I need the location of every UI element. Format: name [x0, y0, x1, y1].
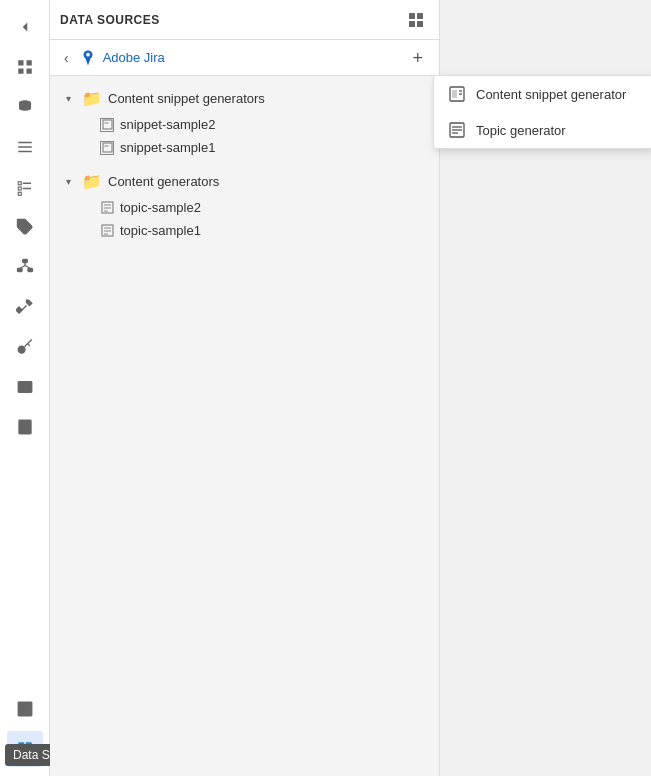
topic-item-icon2 — [100, 224, 114, 238]
tools-icon[interactable] — [7, 289, 43, 325]
topic-item-icon — [100, 201, 114, 215]
jira-icon — [79, 49, 97, 67]
svg-rect-43 — [103, 143, 112, 152]
back-btn[interactable]: ‹ — [60, 48, 73, 68]
tree-group-content: ▾ 📁 Content generators topic-sample2 top… — [50, 167, 439, 242]
svg-rect-10 — [18, 187, 21, 190]
svg-rect-2 — [18, 69, 23, 74]
svg-rect-25 — [19, 420, 31, 434]
svg-rect-54 — [452, 90, 457, 98]
panel-header-right — [403, 7, 429, 33]
key-icon[interactable] — [7, 329, 43, 365]
chevron-down-icon2: ▾ — [66, 176, 76, 187]
tree-group-snippet-header[interactable]: ▾ 📁 Content snippet generators — [50, 84, 439, 113]
svg-rect-14 — [22, 260, 27, 263]
report-icon[interactable] — [7, 409, 43, 445]
svg-rect-15 — [17, 269, 22, 272]
svg-rect-12 — [18, 192, 21, 195]
nav-left: ‹ Adobe Jira — [60, 48, 165, 68]
svg-rect-42 — [104, 123, 108, 124]
tree-group-snippet: ▾ 📁 Content snippet generators snippet-s… — [50, 84, 439, 159]
svg-rect-38 — [409, 21, 415, 27]
panel-title: DATA SOURCES — [60, 13, 160, 27]
chevron-down-icon: ▾ — [66, 93, 76, 104]
collapse-btn[interactable] — [7, 9, 43, 45]
dropdown-item-topic[interactable]: Topic generator — [434, 112, 651, 148]
left-sidebar: Data Sources — [0, 0, 50, 776]
hierarchy-icon[interactable] — [7, 249, 43, 285]
snippet-sample2-label: snippet-sample2 — [120, 117, 215, 132]
svg-rect-22 — [18, 382, 32, 393]
topic-sample1-label: topic-sample1 — [120, 223, 201, 238]
topic-sample2-label: topic-sample2 — [120, 200, 201, 215]
list-item[interactable]: snippet-sample1 — [50, 136, 439, 159]
database-icon[interactable] — [7, 89, 43, 125]
svg-rect-32 — [18, 742, 24, 748]
svg-rect-0 — [18, 60, 23, 65]
list2-icon[interactable] — [7, 169, 43, 205]
tree-group-content-header[interactable]: ▾ 📁 Content generators — [50, 167, 439, 196]
svg-point-21 — [18, 346, 25, 353]
list-icon[interactable] — [7, 129, 43, 165]
main-panel: DATA SOURCES ‹ Adobe Jira + ▾ 📁 Content — [50, 0, 440, 776]
nav-source-name: Adobe Jira — [103, 50, 165, 65]
svg-line-18 — [19, 266, 24, 269]
folder-icon2: 📁 — [82, 172, 102, 191]
snippet-sample1-label: snippet-sample1 — [120, 140, 215, 155]
dropdown-item-topic-label: Topic generator — [476, 123, 566, 138]
svg-rect-35 — [25, 750, 31, 756]
add-btn[interactable]: + — [406, 47, 429, 69]
svg-rect-16 — [28, 269, 33, 272]
svg-rect-41 — [103, 120, 112, 129]
list-item[interactable]: topic-sample1 — [50, 219, 439, 242]
list-item[interactable]: topic-sample2 — [50, 196, 439, 219]
panel-header: DATA SOURCES — [50, 0, 439, 40]
svg-rect-44 — [104, 146, 108, 147]
group-label-snippet: Content snippet generators — [108, 91, 265, 106]
svg-rect-8 — [18, 182, 21, 185]
snippet-item-icon — [100, 118, 114, 132]
svg-line-19 — [25, 266, 30, 269]
nav-row: ‹ Adobe Jira + — [50, 40, 439, 76]
list-item[interactable]: snippet-sample2 — [50, 113, 439, 136]
snippet-generator-icon — [448, 85, 466, 103]
grid-icon[interactable] — [7, 49, 43, 85]
dropdown-item-snippet[interactable]: Content snippet generator — [434, 76, 651, 112]
svg-rect-33 — [25, 742, 31, 748]
group-label-content: Content generators — [108, 174, 219, 189]
grid-view-btn[interactable] — [403, 7, 429, 33]
folder-icon: 📁 — [82, 89, 102, 108]
svg-rect-1 — [26, 60, 31, 65]
svg-rect-36 — [409, 13, 415, 19]
dropdown-menu: Content snippet generator Topic generato… — [433, 75, 651, 149]
svg-rect-39 — [417, 21, 423, 27]
chart-icon[interactable] — [7, 691, 43, 727]
datasources-icon[interactable] — [7, 731, 43, 767]
svg-rect-34 — [18, 750, 24, 756]
tag-icon[interactable] — [7, 209, 43, 245]
svg-rect-37 — [417, 13, 423, 19]
tree-content: ▾ 📁 Content snippet generators snippet-s… — [50, 76, 439, 258]
sidebar-top — [7, 4, 43, 690]
svg-rect-29 — [18, 702, 32, 716]
dropdown-item-snippet-label: Content snippet generator — [476, 87, 626, 102]
topic-generator-icon — [448, 121, 466, 139]
snippet-item-icon2 — [100, 141, 114, 155]
table-icon[interactable] — [7, 369, 43, 405]
svg-point-40 — [86, 52, 90, 56]
sidebar-bottom — [7, 690, 43, 776]
svg-rect-3 — [26, 69, 31, 74]
